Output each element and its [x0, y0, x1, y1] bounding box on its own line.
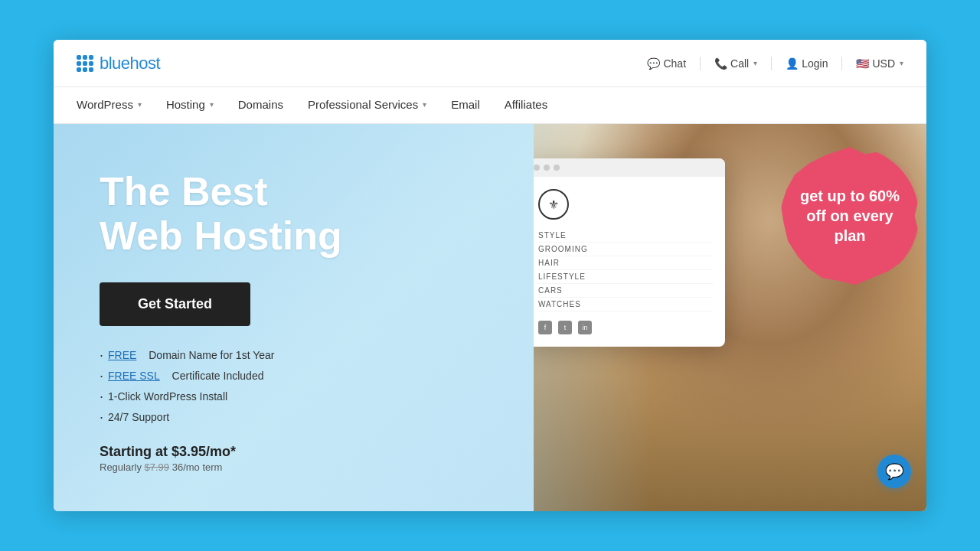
pricing-regular-prefix: Regularly [100, 461, 145, 473]
divider [700, 57, 701, 70]
pricing-strikethrough: $7.99 [145, 461, 170, 473]
get-started-button[interactable]: Get Started [100, 282, 250, 326]
mockup-dot-3 [554, 165, 560, 171]
login-button[interactable]: 👤 Login [786, 57, 828, 70]
mockup-site-logo: ⚜ [538, 189, 569, 220]
nav-domains-label: Domains [238, 98, 283, 111]
feature-wordpress-text: 1-Click WordPress Install [108, 390, 227, 403]
feature-support: 24/7 Support [100, 409, 495, 425]
currency-button[interactable]: 🇺🇸 USD ▾ [856, 57, 903, 70]
pricing-term: 36/mo term [169, 461, 222, 473]
mockup-facebook-icon: f [538, 321, 552, 334]
nav-hosting[interactable]: Hosting ▾ [154, 87, 226, 123]
promo-badge-text: get up to 60% off on every plan [781, 178, 919, 253]
pricing-main: Starting at $3.95/mo* [100, 444, 495, 460]
logo-area[interactable]: bluehost [77, 54, 160, 73]
mockup-content: ⚜ STYLE GROOMING HAIR LIFESTYLE CARS WAT… [534, 177, 725, 347]
mockup-instagram-icon: in [578, 321, 592, 334]
nav-affiliates[interactable]: Affiliates [492, 87, 560, 123]
nav-wordpress-label: WordPress [77, 98, 133, 111]
mockup-menu-style: STYLE [538, 229, 713, 243]
features-list: FREE Domain Name for 1st Year FREE SSL C… [100, 347, 495, 425]
hero-title-line1: The Best [100, 169, 268, 214]
feature-domain: FREE Domain Name for 1st Year [100, 347, 495, 364]
chat-button[interactable]: 💬 Chat [647, 57, 686, 70]
hero-title-line2: Web Hosting [100, 214, 342, 258]
divider2 [771, 57, 772, 70]
hero-right: ⚜ STYLE GROOMING HAIR LIFESTYLE CARS WAT… [534, 124, 926, 510]
main-nav: WordPress ▾ Hosting ▾ Domains Profession… [54, 87, 926, 124]
hero-title: The Best Web Hosting [100, 170, 495, 257]
browser-mockup: ⚜ STYLE GROOMING HAIR LIFESTYLE CARS WAT… [534, 158, 725, 347]
chat-icon: 💬 [647, 57, 660, 70]
nav-wordpress[interactable]: WordPress ▾ [77, 87, 154, 123]
feature-ssl: FREE SSL Certificate Included [100, 368, 495, 384]
feature-wordpress: 1-Click WordPress Install [100, 389, 495, 405]
nav-affiliates-label: Affiliates [505, 98, 547, 111]
mockup-titlebar [534, 158, 725, 177]
chat-widget-icon: 💬 [885, 462, 904, 481]
mockup-menu-lifestyle: LIFESTYLE [538, 270, 713, 284]
logo-grid-icon [77, 55, 93, 72]
feature-support-text: 24/7 Support [108, 411, 169, 423]
feature-domain-text: Domain Name for 1st Year [149, 349, 274, 361]
user-icon: 👤 [786, 57, 799, 70]
currency-label: USD [872, 57, 895, 70]
nav-hosting-arrow: ▾ [210, 100, 214, 109]
feature-domain-free[interactable]: FREE [108, 349, 136, 361]
nav-email-label: Email [451, 98, 480, 111]
chat-widget-button[interactable]: 💬 [877, 455, 911, 488]
flag-icon: 🇺🇸 [856, 57, 869, 70]
hero-left: The Best Web Hosting Get Started FREE Do… [54, 124, 534, 510]
nav-email[interactable]: Email [439, 87, 492, 123]
nav-wordpress-arrow: ▾ [138, 100, 142, 109]
mockup-social-icons: f t in [538, 321, 713, 334]
chat-label: Chat [663, 57, 686, 70]
call-arrow: ▾ [753, 59, 757, 67]
top-bar: bluehost 💬 Chat 📞 Call ▾ 👤 Login 🇺🇸 USD [54, 40, 926, 87]
feature-ssl-text: Certificate Included [172, 370, 264, 382]
feature-ssl-free[interactable]: FREE SSL [108, 370, 160, 382]
nav-professional-services-arrow: ▾ [423, 100, 426, 109]
nav-professional-services-label: Professional Services [308, 98, 418, 111]
pricing-area: Starting at $3.95/mo* Regularly $7.99 36… [100, 444, 495, 473]
mockup-menu-grooming: GROOMING [538, 243, 713, 256]
logo-text: bluehost [100, 54, 160, 73]
call-label: Call [730, 57, 749, 70]
divider3 [841, 57, 842, 70]
nav-hosting-label: Hosting [166, 98, 205, 111]
hero-section: The Best Web Hosting Get Started FREE Do… [54, 124, 926, 510]
browser-window: bluehost 💬 Chat 📞 Call ▾ 👤 Login 🇺🇸 USD [54, 40, 926, 510]
login-label: Login [802, 57, 828, 70]
mockup-twitter-icon: t [558, 321, 572, 334]
mockup-dot-2 [544, 165, 550, 171]
mockup-menu-cars: CARS [538, 284, 713, 298]
call-button[interactable]: 📞 Call ▾ [714, 57, 757, 70]
nav-professional-services[interactable]: Professional Services ▾ [296, 87, 439, 123]
top-actions: 💬 Chat 📞 Call ▾ 👤 Login 🇺🇸 USD ▾ [647, 57, 903, 70]
currency-arrow: ▾ [900, 59, 903, 67]
phone-icon: 📞 [714, 57, 727, 70]
mockup-menu-hair: HAIR [538, 256, 713, 270]
pricing-regular: Regularly $7.99 36/mo term [100, 461, 495, 473]
nav-domains[interactable]: Domains [226, 87, 296, 123]
mockup-menu-watches: WATCHES [538, 298, 713, 311]
mockup-dot-1 [534, 165, 540, 171]
